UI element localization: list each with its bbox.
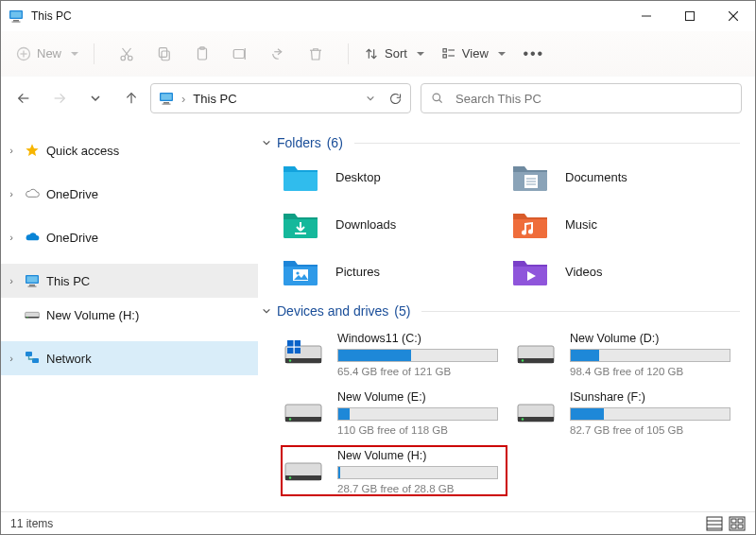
svg-rect-24	[443, 48, 446, 51]
sidebar-item-label: Network	[46, 352, 92, 366]
address-bar[interactable]: › This PC	[150, 83, 411, 113]
chevron-right-icon[interactable]: ›	[5, 275, 18, 286]
view-button[interactable]: View	[436, 37, 511, 71]
svg-point-57	[289, 359, 291, 361]
breadcrumb-separator-icon: ›	[181, 92, 185, 106]
close-button[interactable]	[712, 1, 755, 31]
svg-rect-33	[163, 102, 169, 104]
new-button[interactable]: New	[10, 37, 84, 71]
svg-rect-3	[12, 22, 21, 23]
folder-music[interactable]: Music	[510, 207, 740, 241]
address-location[interactable]: This PC	[193, 92, 236, 106]
svg-rect-5	[686, 12, 695, 21]
chevron-right-icon[interactable]: ›	[5, 188, 18, 199]
svg-rect-78	[731, 519, 736, 523]
toolbar-separator	[94, 43, 94, 64]
address-dropdown-icon[interactable]	[366, 94, 375, 103]
svg-point-44	[26, 317, 27, 318]
drive-usage-bar	[570, 349, 730, 362]
sidebar-item-label: New Volume (H:)	[46, 308, 139, 322]
sort-button[interactable]: Sort	[358, 37, 430, 71]
delete-button[interactable]	[299, 37, 333, 71]
drive-usage-bar	[337, 349, 498, 362]
drive-e[interactable]: New Volume (E:) 110 GB free of 118 GB	[281, 387, 507, 438]
folder-downloads[interactable]: Downloads	[281, 207, 510, 241]
drive-h[interactable]: New Volume (H:) 28.7 GB free of 28.8 GB	[281, 445, 507, 496]
toolbar-separator	[348, 43, 349, 64]
cut-button[interactable]	[110, 37, 144, 71]
folder-documents[interactable]: Documents	[510, 160, 740, 194]
svg-rect-2	[13, 20, 19, 22]
rename-button[interactable]	[223, 37, 257, 71]
search-icon	[431, 92, 444, 105]
svg-rect-81	[738, 525, 743, 528]
chevron-down-icon	[262, 138, 271, 147]
folder-pictures[interactable]: Pictures	[281, 254, 510, 288]
folder-videos-icon	[510, 254, 550, 288]
back-button[interactable]	[14, 89, 33, 108]
section-title: Folders	[277, 135, 321, 150]
svg-marker-37	[26, 144, 38, 156]
search-box[interactable]	[421, 83, 742, 113]
minimize-button[interactable]	[625, 1, 668, 31]
explorer-window: This PC New Sort View ••	[0, 0, 756, 535]
recent-locations-button[interactable]	[86, 89, 105, 108]
folder-downloads-icon	[281, 207, 320, 241]
chevron-down-icon	[262, 306, 271, 316]
sidebar-item-label: Quick access	[46, 144, 119, 158]
svg-point-66	[289, 418, 291, 420]
title-bar: This PC	[1, 1, 755, 31]
drive-free-text: 65.4 GB free of 121 GB	[337, 362, 502, 377]
paste-button[interactable]	[185, 37, 219, 71]
drive-c[interactable]: Windows11 (C:) 65.4 GB free of 121 GB	[281, 328, 507, 379]
navigation-row: › This PC	[1, 77, 755, 120]
chevron-right-icon[interactable]: ›	[5, 232, 18, 243]
maximize-button[interactable]	[668, 1, 712, 31]
svg-rect-45	[26, 352, 32, 356]
this-pc-icon	[9, 9, 24, 24]
drive-label: New Volume (H:)	[337, 449, 502, 466]
more-button[interactable]: •••	[517, 37, 551, 71]
view-button-label: View	[462, 46, 489, 60]
sidebar-item-onedrive[interactable]: › OneDrive	[1, 177, 258, 211]
forward-button[interactable]	[50, 89, 69, 108]
drive-label: New Volume (E:)	[337, 390, 502, 407]
drives-grid: Windows11 (C:) 65.4 GB free of 121 GB Ne…	[262, 326, 740, 496]
drive-usage-bar	[337, 407, 498, 421]
view-large-icons-button[interactable]	[729, 516, 746, 531]
sidebar-item-label: This PC	[46, 274, 90, 288]
folder-videos[interactable]: Videos	[510, 254, 740, 288]
this-pc-icon	[22, 273, 43, 288]
drive-free-text: 82.7 GB free of 105 GB	[570, 421, 734, 436]
chevron-right-icon[interactable]: ›	[5, 353, 18, 364]
svg-rect-16	[159, 47, 166, 57]
svg-rect-34	[163, 104, 171, 105]
section-header-drives[interactable]: Devices and drives (5)	[262, 298, 740, 326]
up-button[interactable]	[122, 89, 141, 108]
drive-label: ISunshare (F:)	[570, 390, 734, 407]
sidebar-item-this-pc[interactable]: › This PC	[1, 264, 258, 298]
drive-free-text: 28.7 GB free of 28.8 GB	[337, 479, 502, 494]
section-header-folders[interactable]: Folders (6)	[262, 129, 740, 158]
search-input[interactable]	[454, 91, 731, 107]
star-icon	[22, 143, 43, 158]
os-drive-icon	[283, 337, 324, 370]
sidebar-item-new-volume-h[interactable]: New Volume (H:)	[1, 298, 258, 332]
folder-icon	[281, 160, 320, 194]
chevron-right-icon[interactable]: ›	[5, 145, 18, 156]
drive-icon	[22, 309, 43, 320]
view-details-button[interactable]	[706, 516, 723, 531]
drive-d[interactable]: New Volume (D:) 98.4 GB free of 120 GB	[513, 328, 740, 379]
share-button[interactable]	[261, 37, 295, 71]
copy-button[interactable]	[147, 37, 181, 71]
folder-desktop[interactable]: Desktop	[281, 160, 510, 194]
refresh-button[interactable]	[388, 92, 403, 106]
sidebar-item-network[interactable]: › Network	[1, 341, 258, 375]
sidebar-item-onedrive-cloud[interactable]: › OneDrive	[1, 220, 258, 254]
this-pc-icon	[159, 91, 174, 106]
drive-usage-bar	[570, 407, 730, 421]
sidebar-item-quick-access[interactable]: › Quick access	[1, 133, 258, 167]
drive-f[interactable]: ISunshare (F:) 82.7 GB free of 105 GB	[513, 387, 740, 438]
folder-label: Documents	[565, 170, 627, 184]
drive-icon	[283, 396, 324, 428]
